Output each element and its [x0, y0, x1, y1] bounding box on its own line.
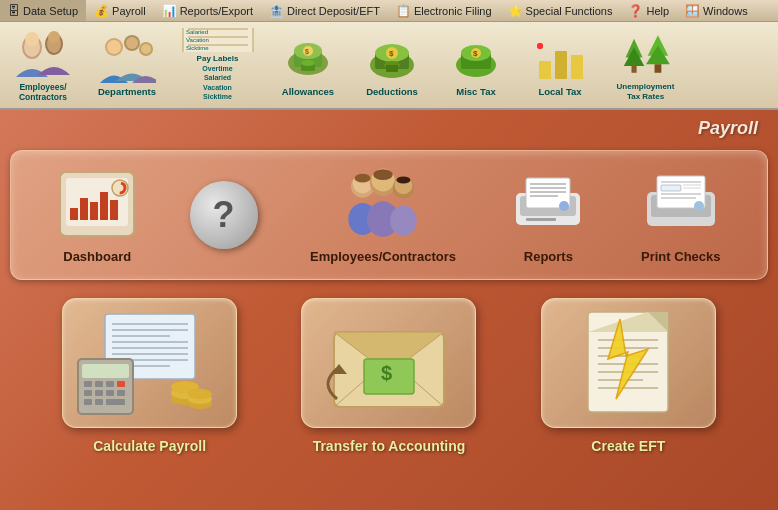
print-checks-item[interactable]: Print Checks [641, 166, 721, 264]
menu-payroll[interactable]: 💰 Payroll [86, 0, 154, 21]
svg-rect-103 [84, 381, 92, 387]
svg-text:$: $ [305, 48, 309, 56]
svg-text:$: $ [381, 362, 392, 384]
svg-text:$: $ [473, 49, 478, 58]
misctax-icon: $ [447, 32, 505, 84]
svg-rect-57 [110, 200, 118, 220]
database-icon: 🗄 [8, 4, 20, 18]
toolbar-deductions-label: Deductions [366, 86, 418, 97]
toolbar-misc-tax[interactable]: $ Misc Tax [435, 25, 517, 105]
svg-point-9 [126, 37, 138, 49]
svg-point-4 [25, 32, 39, 46]
reports-main-icon [508, 166, 588, 241]
create-eft-label: Create EFT [591, 438, 665, 454]
dashboard-icon [57, 166, 137, 241]
employees-main-item[interactable]: Employees/Contractors [310, 166, 456, 264]
toolbar-unemployment-label: UnemploymentTax Rates [606, 82, 686, 101]
toolbar-departments-label: Departments [98, 86, 156, 97]
toolbar-paylabels-label: Pay LabelsOvertimeSalariedVacationSickti… [197, 54, 239, 102]
main-content: Payroll Dashboard [0, 110, 778, 510]
svg-point-27 [301, 60, 315, 66]
svg-rect-47 [631, 66, 636, 73]
svg-point-44 [537, 43, 543, 49]
payroll-icon: 💰 [94, 4, 109, 18]
toolbar-local-tax-label: Local Tax [538, 86, 581, 97]
svg-rect-107 [84, 390, 92, 396]
create-eft-btn[interactable]: Create EFT [528, 298, 728, 454]
menu-data-setup[interactable]: 🗄 Data Setup [0, 0, 86, 21]
svg-rect-106 [117, 381, 125, 387]
toolbar-unemployment[interactable]: UnemploymentTax Rates [603, 25, 688, 105]
toolbar-allowances[interactable]: $ Allowances [267, 25, 349, 105]
svg-rect-53 [70, 208, 78, 220]
svg-rect-41 [555, 51, 567, 79]
toolbar-deductions[interactable]: $ Deductions [351, 25, 433, 105]
employees-main-icon [343, 166, 423, 241]
toolbar-pay-labels[interactable]: Overtime Salaried Vacation Sicktime Pay … [170, 25, 265, 105]
help-menu-icon: ❓ [628, 4, 643, 18]
calculate-payroll-btn[interactable]: Calculate Payroll [50, 298, 250, 454]
dashboard-label: Dashboard [63, 249, 131, 264]
svg-point-7 [107, 40, 121, 54]
svg-point-11 [141, 44, 151, 54]
svg-rect-109 [106, 390, 114, 396]
svg-text:Salaried: Salaried [186, 29, 208, 35]
question-item[interactable]: ? [190, 181, 258, 249]
paylabels-icon: Overtime Salaried Vacation Sicktime [175, 28, 260, 52]
question-icon: ? [190, 181, 258, 249]
reports-menu-icon: 📊 [162, 4, 177, 18]
transfer-accounting-btn[interactable]: $ Transfer to Accounting [289, 298, 489, 454]
svg-rect-112 [95, 399, 103, 405]
svg-rect-54 [80, 198, 88, 220]
windows-icon: 🪟 [685, 4, 700, 18]
departments-icon [98, 32, 156, 84]
menu-special-functions[interactable]: ⭐ Special Functions [500, 0, 621, 21]
svg-point-91 [694, 201, 704, 211]
toolbar-allowances-label: Allowances [282, 86, 334, 97]
svg-point-71 [396, 176, 410, 183]
printchecks-icon [641, 166, 721, 241]
svg-rect-111 [84, 399, 92, 405]
svg-point-80 [559, 201, 569, 211]
menu-electronic-filing[interactable]: 📋 Electronic Filing [388, 0, 500, 21]
unemployment-icon [617, 28, 675, 80]
reports-item[interactable]: Reports [508, 166, 588, 264]
svg-rect-113 [106, 399, 125, 405]
toolbar-employees[interactable]: Employees/Contractors [2, 25, 84, 105]
toolbar-local-tax[interactable]: Local Tax [519, 25, 601, 105]
toolbar-departments[interactable]: Departments [86, 25, 168, 105]
svg-point-69 [355, 174, 371, 183]
allowances-icon: $ [279, 32, 337, 84]
transfer-icon: $ [301, 298, 476, 428]
menu-help[interactable]: ❓ Help [620, 0, 677, 21]
toolbar-misc-tax-label: Misc Tax [456, 86, 495, 97]
employees-icon [14, 28, 72, 80]
svg-text:Vacation: Vacation [186, 37, 209, 43]
menu-reports[interactable]: 📊 Reports/Export [154, 0, 261, 21]
reports-label: Reports [524, 249, 573, 264]
top-panel: Dashboard ? [10, 150, 768, 280]
toolbar-employees-label: Employees/Contractors [19, 82, 67, 102]
svg-rect-42 [571, 55, 583, 79]
svg-rect-86 [661, 185, 681, 191]
menu-direct-deposit[interactable]: 🏦 Direct Deposit/EFT [261, 0, 388, 21]
print-checks-label: Print Checks [641, 249, 720, 264]
deductions-icon: $ [363, 32, 421, 84]
calculate-icon [62, 298, 237, 428]
star-icon: ⭐ [508, 4, 523, 18]
deposit-icon: 🏦 [269, 4, 284, 18]
svg-point-5 [48, 31, 60, 43]
svg-rect-110 [117, 390, 125, 396]
svg-rect-104 [95, 381, 103, 387]
filing-icon: 📋 [396, 4, 411, 18]
employees-main-label: Employees/Contractors [310, 249, 456, 264]
svg-rect-108 [95, 390, 103, 396]
dashboard-item[interactable]: Dashboard [57, 166, 137, 264]
menu-bar: 🗄 Data Setup 💰 Payroll 📊 Reports/Export … [0, 0, 778, 22]
bottom-row: Calculate Payroll $ [10, 298, 768, 454]
localtax-icon [531, 32, 589, 84]
menu-windows[interactable]: 🪟 Windows [677, 0, 756, 21]
svg-rect-40 [539, 61, 551, 79]
main-title: Payroll [698, 118, 758, 139]
svg-rect-105 [106, 381, 114, 387]
